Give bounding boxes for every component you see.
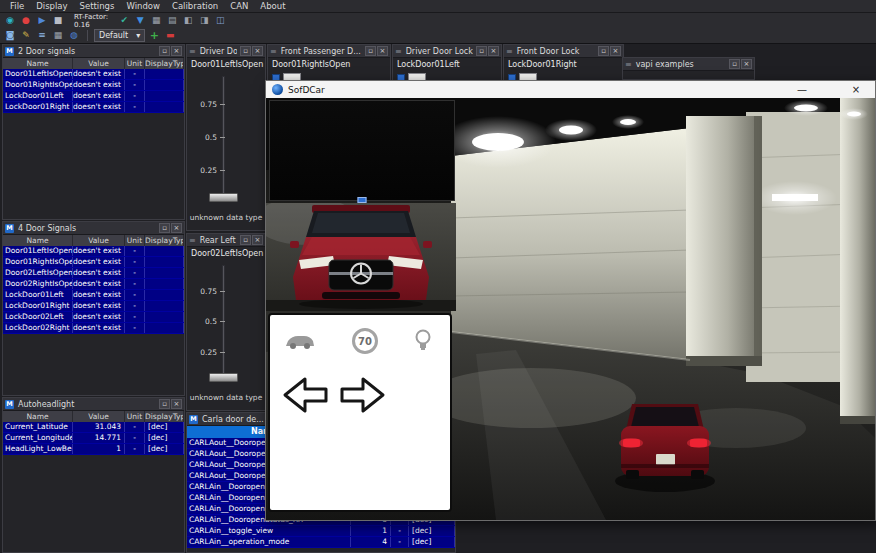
panel-titlebar[interactable]: ≡ Front Passenger D... ▫ × xyxy=(268,45,390,58)
menu-item[interactable]: Calibration xyxy=(166,0,224,13)
column-header[interactable]: Value xyxy=(73,235,125,246)
menu-item[interactable]: CAN xyxy=(224,0,254,13)
record-icon[interactable]: ● xyxy=(19,14,33,27)
panel-titlebar[interactable]: ≡ Driver Door ▫ × xyxy=(187,45,265,58)
window-layout-icon[interactable]: ▦ xyxy=(149,14,163,27)
signal-row[interactable]: Current_Latitude 31.043 - [dec] xyxy=(3,422,184,433)
signal-value: doesn't exist xyxy=(73,268,125,278)
column-header[interactable]: Unit xyxy=(125,235,145,246)
filter-icon[interactable]: ▼ xyxy=(133,14,147,27)
signal-row[interactable]: Door02LeftIsOpen doesn't exist - xyxy=(3,268,184,279)
signal-row[interactable]: Door01RightIsOpen doesn't exist - xyxy=(3,80,184,91)
panel-titlebar[interactable]: M 4 Door Signals ▫ × xyxy=(3,222,184,235)
signal-value: 4 xyxy=(351,537,391,547)
split-view-icon[interactable]: ◧ xyxy=(181,14,195,27)
slider-handle[interactable] xyxy=(209,193,238,202)
window-title: SofDCar xyxy=(288,85,325,95)
menu-item[interactable]: Window xyxy=(120,0,166,13)
turn-right-arrow[interactable] xyxy=(340,374,386,416)
menu-item[interactable]: Display xyxy=(30,0,73,13)
float-panel-button[interactable]: ▫ xyxy=(159,223,170,233)
menu-item[interactable]: File xyxy=(4,0,30,13)
turn-left-arrow[interactable] xyxy=(282,374,328,416)
column-header[interactable]: Unit xyxy=(125,411,145,422)
panel-titlebar[interactable]: ≡ Rear Left Passeng... ▫ × xyxy=(187,234,265,247)
signal-row[interactable]: Current_Longitude 14.771 - [dec] xyxy=(3,433,184,444)
panel-right-icon[interactable]: ◨ xyxy=(197,14,211,27)
add-icon[interactable]: + xyxy=(147,29,161,42)
panel-titlebar[interactable]: M 2 Door signals ▫ × xyxy=(3,45,184,58)
signal-row[interactable]: LockDoor01Left doesn't exist - xyxy=(3,91,184,102)
panel-driver-door-lock: ≡ Driver Door Lock ▫ × LockDoor01Left xyxy=(392,44,502,82)
edit-pencil-icon[interactable]: ✎ xyxy=(19,29,33,42)
menu-item[interactable]: Settings xyxy=(74,0,121,13)
measurement-icon: M xyxy=(5,224,14,233)
column-header[interactable]: Unit xyxy=(125,58,145,69)
float-panel-button[interactable]: ▫ xyxy=(159,399,170,409)
close-panel-button[interactable]: × xyxy=(488,46,499,56)
signal-name: HeadLight_LowBeam xyxy=(3,444,73,454)
close-panel-button[interactable]: × xyxy=(252,235,263,245)
signal-row[interactable]: LockDoor02Right doesn't exist - xyxy=(3,323,184,334)
signal-row[interactable]: LockDoor01Right doesn't exist - xyxy=(3,301,184,312)
signal-row[interactable]: Door01LeftIsOpen doesn't exist - xyxy=(3,246,184,257)
minimize-button[interactable]: — xyxy=(789,84,815,95)
signal-row[interactable]: CARLAin__operation_mode 4 - [dec] xyxy=(187,537,455,548)
close-panel-button[interactable]: × xyxy=(377,46,388,56)
panel-titlebar[interactable]: M Autoheadlight ▫ × xyxy=(3,398,184,411)
signal-row[interactable]: Door01RightIsOpen doesn't exist - xyxy=(3,257,184,268)
panel-titlebar[interactable]: ≡ Driver Door Lock ▫ × xyxy=(393,45,501,58)
profile-dropdown[interactable]: Default ▾ xyxy=(94,29,145,42)
panel-titlebar[interactable]: ≡ Front Door Lock ▫ × xyxy=(504,45,623,58)
measurement-setup-icon[interactable]: ◫ xyxy=(213,14,227,27)
signal-row[interactable]: LockDoor02Left doesn't exist - xyxy=(3,312,184,323)
close-panel-button[interactable]: × xyxy=(171,223,182,233)
remove-icon[interactable]: ▬ xyxy=(163,29,177,42)
window-titlebar[interactable]: SofDCar — × xyxy=(266,81,875,98)
float-panel-button[interactable]: ▫ xyxy=(240,46,251,56)
stop-measurement-icon[interactable]: ■ xyxy=(51,14,65,27)
signal-row[interactable]: LockDoor01Left doesn't exist - xyxy=(3,290,184,301)
signal-row[interactable]: LockDoor01Right doesn't exist - xyxy=(3,102,184,113)
close-panel-button[interactable]: × xyxy=(171,46,182,56)
grid-icon[interactable]: ▦ xyxy=(51,29,65,42)
menu-item[interactable]: About xyxy=(254,0,291,13)
signal-value: doesn't exist xyxy=(73,312,125,322)
column-header[interactable]: DisplayType xyxy=(145,411,184,422)
close-panel-button[interactable]: × xyxy=(741,59,752,69)
column-header[interactable]: DisplayType xyxy=(145,58,184,69)
panel-title: vapi examples xyxy=(635,60,726,69)
check-icon[interactable]: ✔ xyxy=(117,14,131,27)
signal-unit: - xyxy=(125,323,145,333)
float-panel-button[interactable]: ▫ xyxy=(476,46,487,56)
slider-handle[interactable] xyxy=(209,373,238,382)
start-measurement-icon[interactable]: ▶ xyxy=(35,14,49,27)
signal-row[interactable]: Door01LeftIsOpen doesn't exist - xyxy=(3,69,184,80)
panel-titlebar[interactable]: ≡ vapi examples ▫ × xyxy=(623,58,754,71)
column-header[interactable]: Value xyxy=(73,58,125,69)
camera-icon[interactable]: ◙ xyxy=(3,29,17,42)
close-panel-button[interactable]: × xyxy=(252,46,263,56)
signal-row[interactable]: CARLAin__toggle_view 1 - [dec] xyxy=(187,526,455,537)
column-header[interactable]: Name xyxy=(3,411,73,422)
float-panel-button[interactable]: ▫ xyxy=(240,235,251,245)
close-panel-button[interactable]: × xyxy=(171,399,182,409)
column-header[interactable]: Value xyxy=(73,411,125,422)
column-header[interactable]: Name xyxy=(3,58,73,69)
connect-icon[interactable]: ◉ xyxy=(3,14,17,27)
column-header[interactable]: Name xyxy=(3,235,73,246)
float-panel-button[interactable]: ▫ xyxy=(598,46,609,56)
column-header[interactable]: DisplayType xyxy=(145,235,184,246)
close-button[interactable]: × xyxy=(843,84,869,95)
float-panel-button[interactable]: ▫ xyxy=(729,59,740,69)
signal-row[interactable]: HeadLight_LowBeam 1 - [dec] xyxy=(3,444,184,455)
signal-row[interactable]: Door02RightIsOpen doesn't exist - xyxy=(3,279,184,290)
float-panel-button[interactable]: ▫ xyxy=(365,46,376,56)
globe-icon[interactable]: ◍ xyxy=(67,29,81,42)
cascade-windows-icon[interactable]: ▤ xyxy=(165,14,179,27)
close-panel-button[interactable]: × xyxy=(610,46,621,56)
float-panel-button[interactable]: ▫ xyxy=(159,46,170,56)
list-icon[interactable]: ≡ xyxy=(35,29,49,42)
tick-label: 0.5 xyxy=(189,133,217,142)
signal-displaytype xyxy=(145,279,184,289)
